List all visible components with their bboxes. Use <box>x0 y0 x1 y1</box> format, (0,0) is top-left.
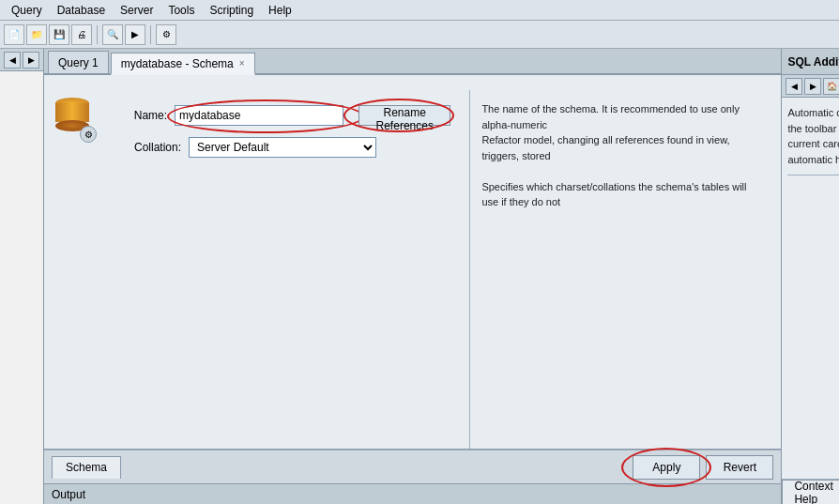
tab-schema-close[interactable]: × <box>239 58 245 69</box>
toolbar-separator <box>97 25 98 44</box>
open-file-button[interactable]: 📁 <box>26 24 47 45</box>
left-sidebar: ◀ ▶ <box>0 49 44 504</box>
right-panel-tabs: Context Help Snipp <box>782 479 839 504</box>
right-panel-title: SQL Additions <box>787 55 839 69</box>
schema-panel: ⚙ Name: Rename References <box>44 75 781 449</box>
find-button[interactable]: 🔍 <box>102 24 123 45</box>
name-input-wrapper <box>175 105 343 126</box>
rename-wrapper: Rename References <box>351 105 450 126</box>
menu-query[interactable]: Query <box>4 2 50 19</box>
context-help-tab[interactable]: Context Help <box>782 480 839 504</box>
rename-references-button[interactable]: Rename References <box>358 105 450 126</box>
save-button[interactable]: 💾 <box>49 24 69 45</box>
schema-icon-area: ⚙ <box>55 90 93 449</box>
right-panel-content: Automatic conte the toolbar to m current… <box>782 98 839 479</box>
sidebar-forward-button[interactable]: ▶ <box>23 52 39 69</box>
toolbar-separator-2 <box>150 25 151 44</box>
toolbar: 📄 📁 💾 🖨 🔍 ▶ ⚙ <box>0 21 839 49</box>
collation-label: Collation: <box>123 141 189 154</box>
menu-server[interactable]: Server <box>113 2 160 19</box>
main-layout: ◀ ▶ Query 1 mydatabase - Schema × <box>0 49 839 504</box>
menu-database[interactable]: Database <box>50 2 113 19</box>
name-label: Name: <box>123 109 175 122</box>
sidebar-content <box>0 71 43 504</box>
tab-schema-label: mydatabase - Schema <box>121 57 234 70</box>
context-help-label: Context Help <box>794 480 832 505</box>
execute-button[interactable]: ▶ <box>125 24 145 45</box>
tab-bar: Query 1 mydatabase - Schema × <box>44 49 781 75</box>
name-row: Name: Rename References <box>123 105 450 126</box>
output-label: Output <box>52 488 85 501</box>
help-text-area: The name of the schema. It is recommende… <box>469 90 770 449</box>
revert-button[interactable]: Revert <box>706 455 773 480</box>
tab-schema[interactable]: mydatabase - Schema × <box>111 53 255 75</box>
right-panel-header: SQL Additions ▸ <box>782 49 839 75</box>
tab-query1[interactable]: Query 1 <box>48 51 109 73</box>
gear-icon: ⚙ <box>80 126 97 143</box>
output-bar: Output <box>44 483 781 504</box>
collation-row: Collation: Server Default utf8_general_c… <box>123 137 450 158</box>
menu-bar: Query Database Server Tools Scripting He… <box>0 0 839 21</box>
apply-wrapper: Apply <box>633 455 700 480</box>
menu-tools[interactable]: Tools <box>160 2 202 19</box>
new-file-button[interactable]: 📄 <box>4 24 24 45</box>
right-panel: SQL Additions ▸ ◀ ▶ 🏠 ⚙ Automatic conte … <box>781 49 839 504</box>
help-text-line1: The name of the schema. It is recommende… <box>481 103 740 130</box>
apply-button[interactable]: Apply <box>633 455 700 480</box>
action-buttons: Apply Revert <box>633 455 773 480</box>
sidebar-toolbar: ◀ ▶ <box>0 49 43 71</box>
right-panel-home-button[interactable]: 🏠 <box>823 78 839 95</box>
help-text-line2: Refactor model, changing all references … <box>481 134 729 161</box>
content-area: Query 1 mydatabase - Schema × <box>44 49 781 504</box>
schema-tab-label: Schema <box>66 461 107 474</box>
sidebar-back-button[interactable]: ◀ <box>4 52 21 69</box>
bottom-actions-bar: Schema Apply Revert <box>44 450 781 483</box>
right-panel-back-button[interactable]: ◀ <box>786 78 802 95</box>
right-panel-divider <box>787 175 839 176</box>
bottom-area: Schema Apply Revert <box>44 449 781 483</box>
schema-form-area: ⚙ Name: Rename References <box>44 75 781 449</box>
cylinder-body <box>55 103 89 122</box>
schema-button[interactable]: ⚙ <box>156 24 176 45</box>
menu-scripting[interactable]: Scripting <box>202 2 261 19</box>
menu-help[interactable]: Help <box>261 2 299 19</box>
right-panel-text: Automatic conte the toolbar to m current… <box>787 107 839 165</box>
right-panel-forward-button[interactable]: ▶ <box>804 78 821 95</box>
schema-form: Name: Rename References Collation: <box>104 90 469 449</box>
collation-select[interactable]: Server Default utf8_general_ci latin1_sw… <box>189 137 376 158</box>
name-input[interactable] <box>175 105 343 126</box>
schema-tab[interactable]: Schema <box>52 456 121 479</box>
tab-query1-label: Query 1 <box>58 56 99 69</box>
help-text-line3: Specifies which charset/collations the s… <box>481 181 746 208</box>
right-panel-toolbar: ◀ ▶ 🏠 ⚙ <box>782 75 839 98</box>
print-button[interactable]: 🖨 <box>71 24 92 45</box>
